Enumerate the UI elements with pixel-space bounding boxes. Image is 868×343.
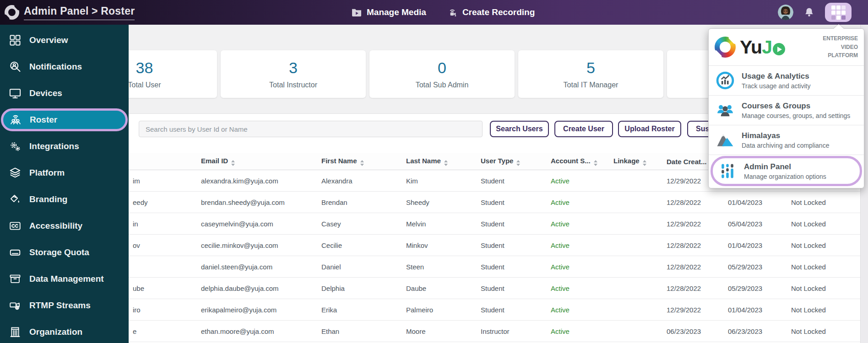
stat-label: Total User	[128, 81, 161, 89]
table-row[interactable]: ube delphia.daube@yuja.com Delphia Daube…	[72, 278, 861, 299]
cell-linkage	[610, 213, 663, 235]
topbar-actions: Manage Media Create Recording	[351, 0, 535, 25]
sidebar-item[interactable]: Data Management	[0, 266, 129, 292]
stat-label: Total Instructor	[269, 81, 317, 89]
apps-menu-panel: YuJ ENTERPRISE VIDEO PLATFORM Usage & An…	[708, 28, 864, 188]
sidebar-item[interactable]: Organization	[0, 319, 129, 343]
column-header[interactable]: Last Name	[403, 153, 477, 170]
sidebar-item-label: Branding	[29, 194, 67, 204]
sidebar-item[interactable]: Roster	[1, 108, 128, 131]
sort-icon	[444, 160, 448, 166]
cell-lock-status: Not Locked	[788, 256, 861, 278]
table-row[interactable]: iro erikapalmeiro@yuja.com Erika Palmeir…	[72, 299, 861, 321]
create-user-button[interactable]: Create User	[554, 121, 613, 137]
cell-account-status: Active	[548, 170, 610, 192]
sidebar-item[interactable]: Devices	[0, 80, 129, 107]
column-header[interactable]: Linkage	[610, 153, 663, 170]
cell-user-type: Instructor	[477, 321, 548, 342]
cell-date-modified: 05/29/2023	[725, 278, 788, 299]
search-input[interactable]	[139, 121, 483, 137]
sidebar-item[interactable]: Branding	[0, 186, 129, 213]
cell-last-name: Sheedy	[403, 192, 477, 213]
cell-linkage	[610, 278, 663, 299]
apps-menu-item-title: Admin Panel	[744, 162, 826, 172]
cell-lock-status: Not Locked	[788, 192, 861, 213]
manage-media-button[interactable]: Manage Media	[351, 6, 426, 18]
apps-menu-item-title: Usage & Analytics	[742, 72, 810, 81]
table-row[interactable]: daniel.steen@yuja.com Daniel Steen Stude…	[72, 256, 861, 278]
cell-user-type: Student	[477, 299, 548, 321]
cell-email: brendan.sheedy@yuja.com	[198, 192, 318, 213]
column-header[interactable]: User Type	[477, 153, 548, 170]
cell-last-name: Daube	[403, 278, 477, 299]
cell-last-name: Steen	[403, 256, 477, 278]
cell-first-name: Casey	[318, 213, 403, 235]
sidebar-item[interactable]: RTMP Streams	[0, 292, 129, 319]
cell-user-type: Student	[477, 278, 548, 299]
apps-menu-item-subtitle: Track usage and activity	[742, 82, 810, 90]
cell-linkage	[610, 256, 663, 278]
sidebar-item-icon	[9, 220, 22, 232]
cell-first-name: Erika	[318, 299, 403, 321]
cell-date-created: 12/28/2022	[663, 192, 725, 213]
upload-roster-button[interactable]: Upload Roster	[618, 121, 681, 137]
sidebar-item[interactable]: Storage Quota	[0, 239, 129, 266]
stat-card: 5 Total IT Manager	[518, 50, 663, 98]
table-row[interactable]: eedy brendan.sheedy@yuja.com Brendan She…	[72, 192, 861, 213]
search-users-button[interactable]: Search Users	[490, 121, 549, 137]
column-header[interactable]: First Name	[318, 153, 403, 170]
cell-last-name: Melvin	[403, 213, 477, 235]
column-header-label: User Type	[481, 157, 513, 165]
sort-icon	[231, 160, 235, 166]
sidebar-item-icon	[9, 193, 22, 206]
table-row[interactable]: ov cecilie.minkov@yuja.com Cecilie Minko…	[72, 235, 861, 256]
sidebar-item[interactable]: Notifications	[0, 54, 129, 80]
stats-cards: 38 Total User 3 Total Instructor 0 Total…	[72, 50, 812, 98]
cell-last-name: Minkov	[403, 235, 477, 256]
sidebar-item[interactable]: Overview	[0, 27, 129, 54]
user-avatar[interactable]	[778, 5, 793, 20]
sidebar-item-label: Platform	[29, 168, 65, 178]
cell-account-status: Active	[548, 278, 610, 299]
cell-user-type: Student	[477, 235, 548, 256]
apps-menu-item[interactable]: Admin Panel Manage organization options	[711, 156, 862, 186]
apps-menu-item-subtitle: Data archiving and compliance	[742, 142, 829, 149]
cell-date-created: 12/29/2022	[663, 299, 725, 321]
column-header[interactable]: Account S...	[548, 153, 610, 170]
sidebar-item-icon	[9, 326, 22, 338]
sidebar-item[interactable]: Accessibility	[0, 213, 129, 239]
stat-label: Total IT Manager	[564, 81, 618, 89]
cell-account-status: Active	[548, 321, 610, 342]
table-row[interactable]: e ethan.moore@yuja.com Ethan Moore Instr…	[72, 321, 861, 342]
cell-first-name: Daniel	[318, 256, 403, 278]
sidebar-item-label: Integrations	[29, 141, 79, 151]
cell-email: cecilie.minkov@yuja.com	[198, 235, 318, 256]
apps-grid-button[interactable]	[825, 3, 852, 22]
topbar-brand: Admin Panel > Roster	[0, 5, 135, 20]
apps-menu-item-subtitle: Manage courses, groups, and settings	[742, 112, 850, 119]
topbar: Admin Panel > Roster Manage Media Create…	[0, 0, 868, 25]
cell-email: ethan.moore@yuja.com	[198, 321, 318, 342]
cell-lock-status: Not Locked	[788, 278, 861, 299]
sidebar-item[interactable]: Platform	[0, 160, 129, 186]
column-header[interactable]: Email ID	[198, 153, 318, 170]
apps-menu-item[interactable]: Usage & Analytics Track usage and activi…	[709, 66, 864, 96]
sidebar-item-label: Notifications	[29, 62, 82, 72]
apps-menu-item[interactable]: Courses & Groups Manage courses, groups,…	[709, 96, 864, 125]
column-header-label: Last Name	[406, 157, 441, 165]
cell-date-created: 12/28/2022	[663, 235, 725, 256]
sidebar-item-icon	[9, 273, 22, 285]
yuja-color-logo-icon	[715, 37, 736, 58]
apps-menu-item[interactable]: Himalayas Data archiving and compliance	[709, 125, 864, 155]
apps-menu-item-icon	[715, 70, 735, 91]
sidebar-item[interactable]: Integrations	[0, 133, 129, 160]
create-recording-button[interactable]: Create Recording	[446, 6, 535, 18]
sidebar-item-label: Organization	[29, 327, 82, 337]
table-row[interactable]: in caseymelvin@yuja.com Casey Melvin Stu…	[72, 213, 861, 235]
sort-icon	[594, 160, 597, 166]
cell-user-type: Student	[477, 213, 548, 235]
sidebar-item-label: Accessibility	[29, 221, 82, 231]
cell-last-name: Kim	[403, 170, 477, 192]
apps-menu-item-title: Himalayas	[742, 131, 829, 140]
notifications-bell-icon[interactable]	[803, 6, 815, 19]
